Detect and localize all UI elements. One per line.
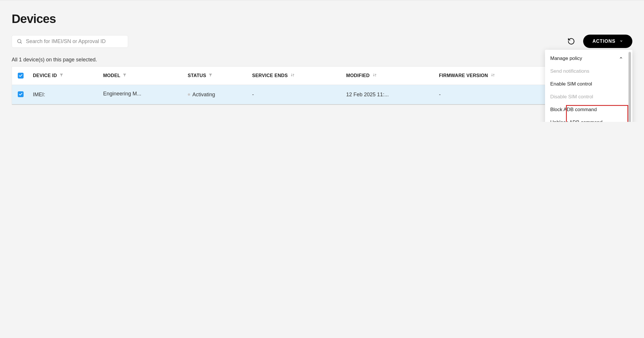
pagination-text: 1 - 1 of <box>12 105 632 116</box>
sort-icon <box>372 72 377 79</box>
col-modified-label: MODIFIED <box>346 73 370 78</box>
menu-scrollbar[interactable] <box>628 51 631 122</box>
cell-model: Engineering M... <box>100 85 184 105</box>
devices-table: DEVICE ID MODEL <box>12 67 632 105</box>
page-container: Devices ACTIONS <box>0 0 644 122</box>
chevron-up-icon <box>619 56 623 61</box>
svg-line-1 <box>21 42 22 44</box>
menu-scrollbar-thumb[interactable] <box>629 52 631 122</box>
refresh-button[interactable] <box>566 36 576 46</box>
menu-header-manage-policy[interactable]: Manage policy <box>545 52 628 65</box>
table-header-row: DEVICE ID MODEL <box>12 67 632 85</box>
sort-icon <box>290 72 295 79</box>
actions-button-label: ACTIONS <box>592 39 615 44</box>
devices-table-wrapper: DEVICE ID MODEL <box>12 66 632 105</box>
right-actions: ACTIONS <box>566 35 632 48</box>
svg-point-0 <box>17 39 21 43</box>
menu-content: Manage policy Send notifications Enable … <box>545 50 628 122</box>
menu-item-unblock-adb-command[interactable]: Unblock ADB command <box>545 116 628 122</box>
col-firmware-label: FIRMWARE VERSION <box>439 73 488 78</box>
col-modified[interactable]: MODIFIED <box>343 67 436 85</box>
search-input[interactable] <box>26 38 123 45</box>
menu-header-label: Manage policy <box>550 56 582 61</box>
menu-item-block-adb-command[interactable]: Block ADB command <box>545 103 628 116</box>
col-device-id[interactable]: DEVICE ID <box>29 67 100 85</box>
filter-icon <box>123 73 127 78</box>
selection-count: All 1 device(s) on this page selected. <box>12 57 632 63</box>
select-all-checkbox[interactable] <box>18 73 24 79</box>
sort-icon <box>490 72 496 79</box>
page-title: Devices <box>12 12 632 26</box>
search-box[interactable] <box>12 35 128 48</box>
status-dot-icon <box>188 93 190 96</box>
cell-status: Activating <box>184 85 249 105</box>
col-model[interactable]: MODEL <box>100 67 184 85</box>
col-service-ends[interactable]: SERVICE ENDS <box>249 67 343 85</box>
menu-item-enable-sim-control[interactable]: Enable SIM control <box>545 78 628 90</box>
select-all-header[interactable] <box>12 67 29 85</box>
table-row[interactable]: IMEI: Engineering M... Activating - 12 F… <box>12 85 632 105</box>
toolbar: ACTIONS <box>12 35 632 48</box>
filter-icon <box>59 73 63 78</box>
filter-icon <box>208 73 213 78</box>
menu-item-send-notifications: Send notifications <box>545 65 628 78</box>
cell-modified: 12 Feb 2025 11:... <box>343 85 436 105</box>
cell-device-id: IMEI: <box>29 85 100 105</box>
col-model-label: MODEL <box>103 73 120 78</box>
col-status[interactable]: STATUS <box>184 67 249 85</box>
refresh-icon <box>567 38 575 45</box>
cell-firmware: - <box>436 85 555 105</box>
col-status-label: STATUS <box>188 73 206 78</box>
col-service-ends-label: SERVICE ENDS <box>252 73 288 78</box>
chevron-down-icon <box>620 39 623 44</box>
col-firmware[interactable]: FIRMWARE VERSION <box>436 67 555 85</box>
actions-button[interactable]: ACTIONS <box>583 35 632 48</box>
col-device-id-label: DEVICE ID <box>33 73 57 78</box>
cell-status-text: Activating <box>192 92 215 98</box>
cell-service-ends: - <box>249 85 343 105</box>
row-checkbox[interactable] <box>18 91 24 97</box>
search-icon <box>17 38 22 44</box>
actions-dropdown: Manage policy Send notifications Enable … <box>545 50 632 122</box>
menu-item-disable-sim-control: Disable SIM control <box>545 90 628 103</box>
